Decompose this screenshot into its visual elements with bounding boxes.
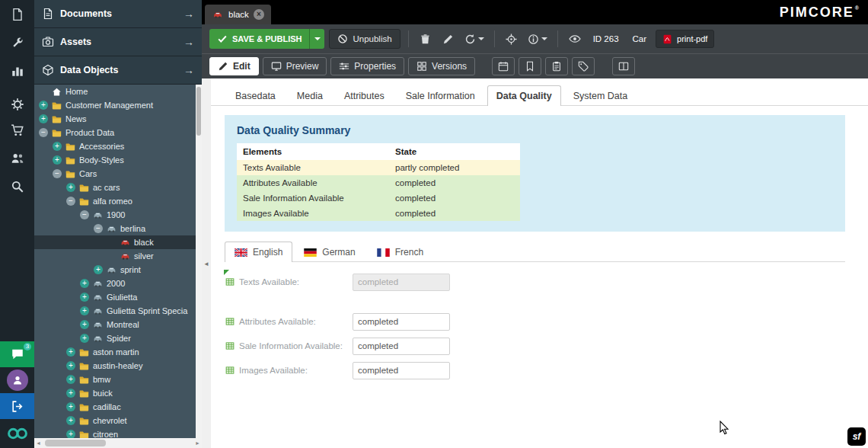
tree-item-product-data[interactable]: −Product Data [34,126,196,139]
calendar-button[interactable] [492,57,515,75]
symfony-toolbar-badge[interactable]: sf [847,427,866,446]
view-tab-preview[interactable]: Preview [263,57,327,75]
view-tab-versions[interactable]: Versions [408,57,475,75]
logout-button[interactable] [0,393,34,419]
close-tab-icon[interactable]: × [254,9,264,20]
minus-expander-icon[interactable]: − [80,210,89,219]
plus-expander-icon[interactable]: + [66,389,75,398]
scrollbar-thumb[interactable] [196,87,201,136]
clipboard-button[interactable] [545,57,568,75]
tab-system-data[interactable]: System Data [564,85,637,106]
tree-item-1900[interactable]: −1900 [34,208,196,222]
language-tab-english[interactable]: English [225,242,292,262]
rename-button[interactable] [439,29,458,49]
open-preview-button[interactable] [566,29,584,49]
collapse-panel-icon[interactable]: ◄ [203,260,209,267]
tree-item-cars[interactable]: −Cars [34,167,196,181]
search-button[interactable] [0,172,34,200]
tree-item-citroen[interactable]: +citroen [34,427,196,438]
tree-item-spider[interactable]: +Spider [34,331,196,345]
user-button[interactable] [0,367,34,393]
view-tab-edit[interactable]: Edit [209,57,259,75]
tree-item-accessories[interactable]: +Accessories [34,139,196,153]
tree-item-giulietta[interactable]: +Giulietta [34,290,196,304]
panel-documents[interactable]: Documents → [34,0,202,28]
field-input[interactable] [353,362,450,379]
tree-item-buick[interactable]: +buick [34,386,196,400]
users-button[interactable] [0,144,34,172]
plus-expander-icon[interactable]: + [39,101,48,110]
tree-item-black[interactable]: black [34,235,196,249]
tree-item-ac-cars[interactable]: +ac cars [34,181,196,194]
tree-item-berlina[interactable]: −berlina [34,222,196,235]
plus-expander-icon[interactable]: + [80,293,89,302]
plus-expander-icon[interactable]: + [66,347,75,357]
language-tab-french[interactable]: French [367,242,433,262]
tree-item-cadillac[interactable]: +cadillac [34,400,196,414]
tree-item-chevrolet[interactable]: +chevrolet [34,414,196,427]
minus-expander-icon[interactable]: − [39,128,48,137]
plus-expander-icon[interactable]: + [66,375,75,384]
tree-item-customer-management[interactable]: +Customer Management [34,98,196,112]
object-tab-black[interactable]: black × [205,5,271,24]
panel-data-objects[interactable]: Data Objects → [34,56,202,85]
view-tab-properties[interactable]: Properties [330,57,404,75]
save-publish-button[interactable]: SAVE & PUBLISH [209,29,309,49]
columns-button[interactable] [612,57,635,75]
unpublish-button[interactable]: Unpublish [329,29,400,49]
tree-item-alfa-romeo[interactable]: −alfa romeo [34,194,196,208]
ecommerce-button[interactable] [0,116,34,144]
settings-button[interactable] [0,92,34,116]
plus-expander-icon[interactable]: + [66,416,75,425]
field-input[interactable] [353,338,450,355]
reports-button[interactable] [0,56,34,85]
tree-item-bmw[interactable]: +bmw [34,373,196,386]
scrollbar-thumb[interactable] [45,440,106,446]
tag-button[interactable] [572,57,595,75]
tab-media[interactable]: Media [288,85,332,106]
tree-item-body-styles[interactable]: +Body-Styles [34,153,196,167]
plus-expander-icon[interactable]: + [66,183,75,192]
plus-expander-icon[interactable]: + [80,334,89,343]
plus-expander-icon[interactable]: + [53,155,62,165]
tree-item-news[interactable]: +News [34,112,196,126]
pimcore-logo[interactable] [0,419,34,448]
tree-item-montreal[interactable]: +Montreal [34,318,196,331]
tree-item-aston-martin[interactable]: +aston martin [34,345,196,359]
tree-item-2000[interactable]: +2000 [34,277,196,290]
tree-horizontal-scrollbar[interactable]: ◄ ► [34,438,202,448]
save-options-dropdown-button[interactable] [309,29,324,49]
plus-expander-icon[interactable]: + [80,320,89,329]
tree-vertical-scrollbar[interactable] [196,85,202,438]
field-input[interactable] [353,274,450,291]
info-button[interactable] [525,29,550,49]
tools-button[interactable] [0,28,34,56]
tab-data-quality[interactable]: Data Quality [487,85,561,106]
plus-expander-icon[interactable]: + [66,402,75,411]
panel-splitter[interactable]: ◄ [202,78,211,448]
minus-expander-icon[interactable]: − [66,197,75,206]
plus-expander-icon[interactable]: + [66,361,75,370]
plus-expander-icon[interactable]: + [39,114,48,123]
plus-expander-icon[interactable]: + [94,265,103,274]
plus-expander-icon[interactable]: + [80,306,89,315]
tree-item-silver[interactable]: silver [34,249,196,263]
reload-button[interactable] [462,29,487,49]
field-input[interactable] [353,313,450,331]
scroll-left-icon[interactable]: ◄ [36,440,41,446]
print-pdf-button[interactable]: print-pdf [656,30,714,48]
plus-expander-icon[interactable]: + [53,142,62,151]
language-tab-german[interactable]: German [294,242,365,262]
tab-attributes[interactable]: Attributes [335,85,394,106]
notifications-button[interactable]: 3 [0,341,34,367]
plus-expander-icon[interactable]: + [80,279,89,288]
tab-basedata[interactable]: Basedata [226,85,285,106]
minus-expander-icon[interactable]: − [94,224,103,233]
tree-item-austin-healey[interactable]: +austin-healey [34,359,196,373]
bookmark-button[interactable] [519,57,541,75]
minus-expander-icon[interactable]: − [53,169,62,178]
tree-item-sprint[interactable]: +sprint [34,263,196,277]
file-button[interactable] [0,0,34,28]
delete-button[interactable] [416,29,435,49]
plus-expander-icon[interactable]: + [66,430,75,438]
